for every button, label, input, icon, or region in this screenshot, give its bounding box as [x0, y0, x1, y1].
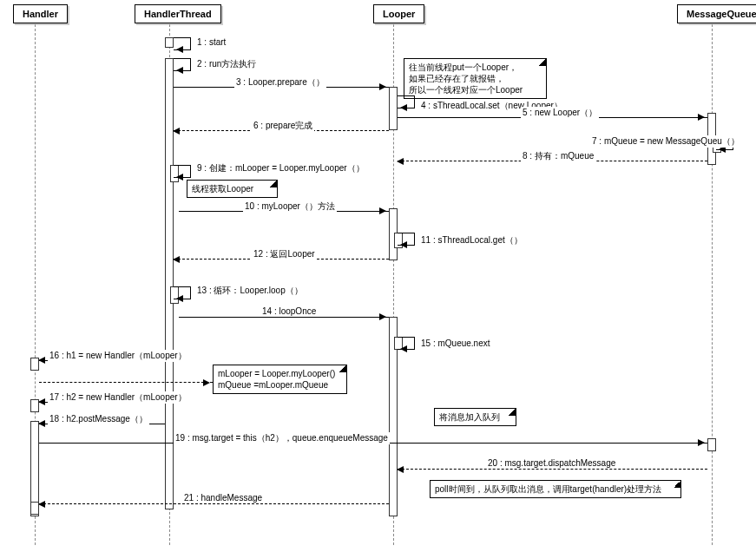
msg-3: 3 : Looper.prepare（） — [234, 76, 326, 89]
note-mlooper: mLooper = Looper.myLooper() mQueue =mLoo… — [213, 365, 347, 394]
note-text: 线程获取Looper — [192, 184, 253, 194]
note-text: 将消息加入队列 — [439, 412, 500, 422]
arrow-return — [398, 469, 707, 470]
arrow — [179, 317, 389, 318]
arrow-self — [174, 37, 191, 50]
msg-5: 5 : new Looper（） — [521, 107, 599, 119]
msg-15: 15 : mQueue.next — [419, 338, 492, 348]
msg-1: 1 : start — [195, 37, 227, 47]
note-getlooper: 线程获取Looper — [187, 180, 278, 198]
participant-handlerthread: HandlerThread — [135, 4, 221, 23]
msg-2: 2 : run方法执行 — [195, 58, 258, 70]
msg-9: 9 : 创建：mLooper = Looper.myLooper（） — [195, 162, 366, 174]
participant-looper: Looper — [373, 4, 424, 23]
msg-11: 11 : sThreadLocal.get（） — [419, 234, 524, 246]
arrow-return — [39, 503, 389, 504]
note-poll: poll时间到，从队列取出消息，调用target(handler)处理方法 — [430, 480, 681, 498]
lifeline-messagequeue — [712, 24, 713, 545]
msg-10: 10 : myLooper（）方法 — [243, 200, 337, 213]
msg-14: 14 : loopOnce — [260, 306, 318, 316]
msg-17: 17 : h2 = new Handler（mLooper） — [48, 391, 188, 404]
msg-7: 7 : mQueue = new MessageQueu（） — [590, 135, 741, 148]
msg-12: 12 : 返回Looper — [252, 248, 317, 260]
msg-6: 6 : prepare完成 — [252, 120, 314, 132]
msg-16: 16 : h1 = new Handler（mLooper） — [48, 350, 188, 362]
activation — [165, 58, 174, 509]
note-prepare: 往当前线程put一个Looper， 如果已经存在了就报错， 所以一个线程对应一个… — [404, 58, 547, 99]
msg-18: 18 : h2.postMessage（） — [48, 413, 149, 425]
msg-19: 19 : msg.target = this（h2），queue.enqueue… — [174, 432, 390, 444]
arrow-dotted — [39, 382, 213, 383]
activation — [707, 438, 716, 451]
arrow-self — [398, 233, 415, 246]
msg-20: 20 : msg.target.dispatchMessage — [486, 458, 617, 468]
participant-handler: Handler — [13, 4, 68, 23]
msg-8: 8 : 持有：mQueue — [521, 150, 595, 162]
note-text: 往当前线程put一个Looper， 如果已经存在了就报错， 所以一个线程对应一个… — [409, 62, 523, 95]
msg-13: 13 : 循环：Looper.loop（） — [195, 285, 305, 297]
arrow-self — [398, 95, 415, 108]
arrow-self — [174, 165, 191, 178]
note-enqueue: 将消息加入队列 — [434, 408, 516, 426]
note-text: poll时间到，从队列取出消息，调用target(handler)处理方法 — [435, 484, 661, 494]
arrow-self — [398, 337, 415, 350]
note-text: mLooper = Looper.myLooper() mQueue =mLoo… — [218, 369, 335, 390]
participant-messagequeue: MessageQueue — [677, 4, 756, 23]
arrow-self — [174, 58, 191, 71]
msg-21: 21 : handleMessage — [182, 493, 264, 503]
arrow-self — [174, 286, 191, 299]
